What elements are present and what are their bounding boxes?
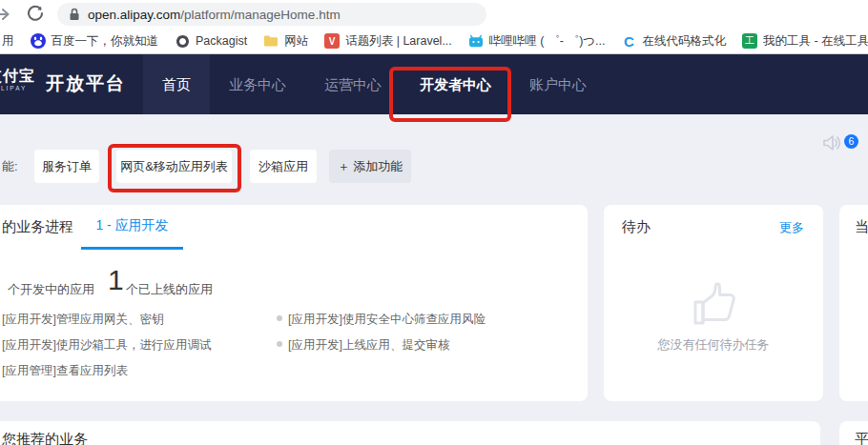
stat-developing-label: 个开发中的应用 bbox=[8, 281, 94, 298]
speaker-icon bbox=[822, 134, 842, 152]
bookmark-packagist[interactable]: Packagist bbox=[175, 33, 247, 49]
bookmark-clipped[interactable]: 用 bbox=[2, 33, 14, 50]
recommended-business-card: 您推荐的业务 bbox=[0, 421, 820, 445]
task-item: [应用开发]使用安全中心筛查应用风险 bbox=[288, 312, 486, 328]
nav-item-business-center[interactable]: 业务中心 bbox=[210, 54, 305, 114]
browser-window: open.alipay.com /platform/manageHome.htm… bbox=[0, 0, 868, 445]
nav-item-home[interactable]: 首页 bbox=[143, 54, 210, 114]
quickbar-label: 能: bbox=[2, 158, 18, 175]
bookmark-bilibili[interactable]: 哔哩哔哩 ( ゜- ゜)つ... bbox=[468, 33, 606, 50]
tools-icon: 工 bbox=[742, 33, 757, 49]
business-progress-card: 的业务进程 1 - 应用开发 2 个开发中的应用 1 个已上线的应用 [应用开发… bbox=[0, 205, 588, 401]
todo-empty-text: 您没有任何待办任务 bbox=[604, 336, 823, 354]
forward-icon[interactable] bbox=[0, 5, 11, 24]
bullet-dot-icon bbox=[277, 341, 282, 347]
task-item: [应用开发]管理应用网关、密钥 bbox=[2, 312, 163, 328]
stat-online-label: 个已上线的应用 bbox=[126, 281, 213, 298]
sandbox-app-button[interactable]: 沙箱应用 bbox=[250, 150, 317, 183]
reload-icon[interactable] bbox=[27, 5, 44, 22]
highlight-box-developer-center bbox=[389, 67, 511, 122]
todo-card: 待办 更多 您没有任何待办任务 bbox=[604, 205, 823, 401]
bookmarks-bar: 用 百度一下，你就知道 Packagist 网站 V 话 bbox=[0, 29, 868, 54]
service-orders-button[interactable]: 服务订单 bbox=[34, 150, 99, 183]
baidu-icon bbox=[31, 33, 46, 49]
stat-online-count: 1 bbox=[108, 264, 124, 296]
url-host: open.alipay.com bbox=[88, 8, 180, 22]
bilibili-icon bbox=[468, 33, 484, 49]
todo-card-title: 待办 bbox=[622, 218, 651, 236]
task-item: [应用开发]上线应用、提交审核 bbox=[288, 337, 449, 354]
todo-more-link[interactable]: 更多 bbox=[779, 219, 804, 236]
topics-icon: V bbox=[324, 33, 340, 49]
nav-item-operation-center[interactable]: 运营中心 bbox=[305, 54, 401, 114]
side-card-title: 当 bbox=[855, 218, 868, 236]
bottom-side-card-title: 平 bbox=[855, 431, 868, 445]
alipay-logo[interactable]: 支付宝 ALIPAY bbox=[0, 68, 35, 91]
url-path: /platform/manageHome.htm bbox=[180, 8, 340, 22]
progress-card-title: 的业务进程 bbox=[2, 218, 73, 236]
bullet-dot-icon bbox=[277, 315, 282, 321]
bookmark-baidu[interactable]: 百度一下，你就知道 bbox=[31, 33, 159, 50]
bookmark-my-tools[interactable]: 工 我的工具 - 在线工具 bbox=[742, 33, 868, 50]
task-item: [应用开发]使用沙箱工具，进行应用调试 bbox=[2, 337, 211, 354]
folder-icon bbox=[263, 33, 279, 49]
side-card-clipped: 当 bbox=[839, 205, 868, 401]
address-bar[interactable]: open.alipay.com /platform/manageHome.htm bbox=[57, 3, 486, 26]
nav-item-account-center[interactable]: 账户中心 bbox=[510, 54, 606, 114]
bookmark-folder[interactable]: 网站 bbox=[263, 33, 308, 50]
bookmark-code-format[interactable]: C 在线代码格式化 bbox=[622, 33, 727, 50]
tab-app-development[interactable]: 1 - 应用开发 bbox=[81, 217, 183, 250]
notification-control[interactable]: 6 bbox=[822, 134, 858, 152]
packagist-icon bbox=[175, 33, 190, 49]
add-function-button[interactable]: ＋ 添加功能 bbox=[329, 150, 411, 183]
brand-title[interactable]: 开放平台 bbox=[46, 71, 126, 96]
highlight-box-app-list bbox=[108, 144, 241, 192]
stat-developing-count: 2 bbox=[0, 264, 1, 296]
notification-badge: 6 bbox=[844, 134, 858, 149]
task-item: [应用管理]查看应用列表 bbox=[2, 363, 128, 379]
thumbs-up-icon bbox=[688, 277, 739, 331]
code-format-icon: C bbox=[622, 33, 637, 49]
bookmark-topics[interactable]: V 话题列表 | Laravel... bbox=[324, 33, 452, 50]
lock-icon bbox=[69, 8, 80, 21]
browser-toolbar: open.alipay.com /platform/manageHome.htm bbox=[0, 0, 868, 29]
bottom-side-card-clipped: 平 bbox=[839, 421, 868, 445]
recommended-business-title: 您推荐的业务 bbox=[2, 431, 88, 445]
nav-menu: 首页 业务中心 运营中心 开发者中心 账户中心 bbox=[143, 54, 606, 114]
